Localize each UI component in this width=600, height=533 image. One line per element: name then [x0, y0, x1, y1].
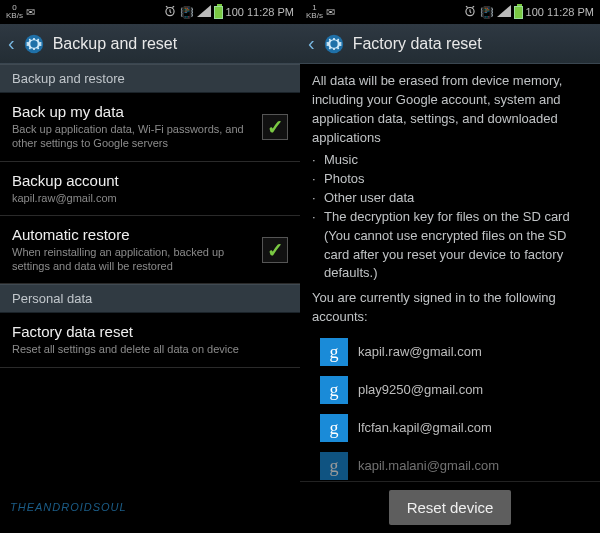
watermark: THEANDROIDSOUL: [10, 501, 127, 513]
item-backup-account[interactable]: Backup account kapil.raw@gmail.com: [0, 162, 300, 216]
status-bar: 0 KB/s ✉ 📳 100 11:28 PM: [0, 0, 300, 24]
google-icon: g: [320, 452, 348, 480]
vibrate-icon: 📳: [180, 6, 194, 19]
title-bar: ‹ Backup and reset: [0, 24, 300, 64]
setting-subtitle: kapil.raw@gmail.com: [12, 191, 288, 205]
section-backup-restore: Backup and restore: [0, 64, 300, 93]
screen-factory-reset: 1 KB/s ✉ 📳 100 11:28 PM ‹ Factory data r…: [300, 0, 600, 533]
status-bar: 1 KB/s ✉ 📳 100 11:28 PM: [300, 0, 600, 24]
account-row: g play9250@gmail.com: [312, 371, 588, 409]
page-title: Factory data reset: [353, 35, 482, 53]
google-icon: g: [320, 338, 348, 366]
section-personal-data: Personal data: [0, 284, 300, 313]
signal-icon: [197, 5, 211, 19]
back-icon[interactable]: ‹: [308, 32, 315, 55]
item-automatic-restore[interactable]: Automatic restore When reinstalling an a…: [0, 216, 300, 285]
clock-time: 11:28 PM: [547, 6, 594, 18]
account-email: kapil.malani@gmail.com: [358, 457, 499, 476]
setting-title: Backup account: [12, 172, 288, 189]
signal-icon: [497, 5, 511, 19]
vibrate-icon: 📳: [480, 6, 494, 19]
setting-title: Automatic restore: [12, 226, 252, 243]
checkbox-backup-data[interactable]: [262, 114, 288, 140]
signed-in-text: You are currently signed in to the follo…: [312, 289, 588, 327]
setting-subtitle: When reinstalling an application, backed…: [12, 245, 252, 274]
alarm-icon: [463, 4, 477, 20]
bullet-decryption: The decryption key for files on the SD c…: [324, 208, 570, 227]
clock-time: 11:28 PM: [247, 6, 294, 18]
account-email: lfcfan.kapil@gmail.com: [358, 419, 492, 438]
setting-subtitle: Back up application data, Wi-Fi password…: [12, 122, 252, 151]
screen-backup-reset: 0 KB/s ✉ 📳 100 11:28 PM ‹ Backup and res…: [0, 0, 300, 533]
button-bar: Reset device: [300, 481, 600, 533]
data-speed-indicator: 1 KB/s: [306, 4, 323, 20]
google-icon: g: [320, 414, 348, 442]
title-bar: ‹ Factory data reset: [300, 24, 600, 64]
bullet-music: Music: [324, 151, 358, 170]
settings-gear-icon[interactable]: [23, 33, 45, 55]
warning-text: All data will be erased from device memo…: [312, 72, 588, 147]
bullet-user-data: Other user data: [324, 189, 414, 208]
checkbox-auto-restore[interactable]: [262, 237, 288, 263]
alarm-icon: [163, 4, 177, 20]
bullet-photos: Photos: [324, 170, 364, 189]
gmail-icon: ✉: [326, 6, 335, 19]
setting-title: Factory data reset: [12, 323, 288, 340]
battery-percent: 100: [526, 6, 544, 18]
reset-device-button[interactable]: Reset device: [389, 490, 512, 525]
setting-subtitle: Reset all settings and delete all data o…: [12, 342, 288, 356]
account-email: kapil.raw@gmail.com: [358, 343, 482, 362]
account-email: play9250@gmail.com: [358, 381, 483, 400]
item-backup-my-data[interactable]: Back up my data Back up application data…: [0, 93, 300, 162]
bullet-decryption-note: (You cannot use encrypted files on the S…: [312, 227, 588, 284]
page-title: Backup and reset: [53, 35, 178, 53]
account-row: g lfcfan.kapil@gmail.com: [312, 409, 588, 447]
settings-gear-icon[interactable]: [323, 33, 345, 55]
battery-percent: 100: [226, 6, 244, 18]
item-factory-reset[interactable]: Factory data reset Reset all settings an…: [0, 313, 300, 367]
battery-icon: [214, 6, 223, 19]
account-row: g kapil.malani@gmail.com: [312, 447, 588, 481]
back-icon[interactable]: ‹: [8, 32, 15, 55]
battery-icon: [514, 6, 523, 19]
google-icon: g: [320, 376, 348, 404]
setting-title: Back up my data: [12, 103, 252, 120]
gmail-icon: ✉: [26, 6, 35, 19]
data-speed-indicator: 0 KB/s: [6, 4, 23, 20]
reset-warning-content: All data will be erased from device memo…: [300, 64, 600, 481]
account-row: g kapil.raw@gmail.com: [312, 333, 588, 371]
